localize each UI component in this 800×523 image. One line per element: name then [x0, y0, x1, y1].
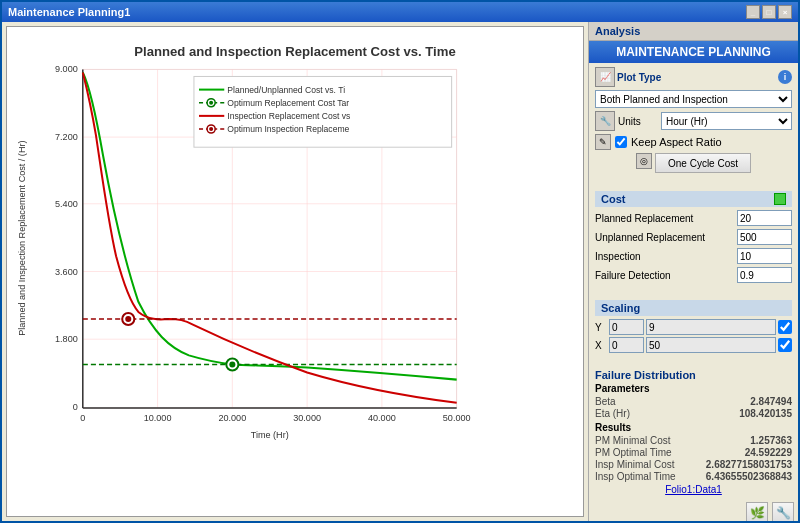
planned-replacement-input[interactable]: 20 — [737, 210, 792, 226]
minimize-button[interactable]: _ — [746, 5, 760, 19]
insp-optimal-time-value: 6.43655502368843 — [706, 471, 792, 482]
beta-value: 2.847494 — [750, 396, 792, 407]
units-label: Units — [618, 116, 658, 127]
cost-indicator — [774, 193, 786, 205]
insp-optimal-time-label: Insp Optimal Time — [595, 471, 676, 482]
pm-minimal-cost-label: PM Minimal Cost — [595, 435, 671, 446]
one-cycle-cost-container: ◎ One Cycle Cost — [595, 153, 792, 173]
plot-type-icon: 📈 — [595, 67, 615, 87]
scaling-y-row: Y 0 9 — [595, 319, 792, 335]
failure-detection-label: Failure Detection — [595, 270, 734, 281]
svg-text:20.000: 20.000 — [218, 413, 246, 423]
svg-point-41 — [209, 101, 213, 105]
scaling-title: Scaling — [601, 302, 786, 314]
units-select[interactable]: Hour (Hr) Minute (Min) Day (Day) — [661, 112, 792, 130]
svg-text:50.000: 50.000 — [443, 413, 471, 423]
planned-replacement-label: Planned Replacement — [595, 213, 734, 224]
failure-detection-row: Failure Detection 0.9 — [595, 267, 792, 283]
svg-text:1.800: 1.800 — [55, 334, 78, 344]
plot-type-select[interactable]: Both Planned and Inspection Planned Only… — [595, 90, 792, 108]
keep-aspect-ratio-label: Keep Aspect Ratio — [631, 136, 722, 148]
failure-dist-title: Failure Distribution — [595, 369, 792, 381]
unplanned-replacement-input[interactable]: 500 — [737, 229, 792, 245]
insp-optimal-time-row: Insp Optimal Time 6.43655502368843 — [595, 471, 792, 482]
cycle-icon: ◎ — [636, 153, 652, 169]
panel-header: MAINTENANCE PLANNING — [589, 41, 798, 63]
failure-detection-input[interactable]: 0.9 — [737, 267, 792, 283]
aspect-icon: ✎ — [595, 134, 611, 150]
main-window: Maintenance Planning1 _ □ × Planned and … — [0, 0, 800, 523]
one-cycle-cost-button[interactable]: One Cycle Cost — [655, 153, 751, 173]
scaling-y-min-input[interactable]: 0 — [609, 319, 644, 335]
scaling-x-label: X — [595, 340, 607, 351]
right-panel: Analysis MAINTENANCE PLANNING 📈 Plot Typ… — [588, 22, 798, 521]
inspection-label: Inspection — [595, 251, 734, 262]
scaling-y-label: Y — [595, 322, 607, 333]
plot-type-section: 📈 Plot Type i Both Planned and Inspectio… — [589, 63, 798, 181]
inspection-input[interactable]: 10 — [737, 248, 792, 264]
bottom-icon-1[interactable]: 🌿 — [746, 502, 768, 521]
chart-svg: Planned and Inspection Replacement Cost … — [7, 27, 583, 516]
results-label: Results — [595, 422, 792, 433]
svg-text:Planned and Inspection Replace: Planned and Inspection Replacement Cost … — [17, 141, 27, 336]
svg-point-35 — [125, 316, 131, 322]
scaling-section: Scaling Y 0 9 X 0 50 — [589, 296, 798, 359]
window-title: Maintenance Planning1 — [8, 6, 130, 18]
eta-value: 108.420135 — [739, 408, 792, 419]
scaling-x-min-input[interactable]: 0 — [609, 337, 644, 353]
unplanned-replacement-row: Unplanned Replacement 500 — [595, 229, 792, 245]
eta-row: Eta (Hr) 108.420135 — [595, 408, 792, 419]
svg-text:0: 0 — [73, 402, 78, 412]
svg-text:40.000: 40.000 — [368, 413, 396, 423]
svg-text:Optimum Replacement Cost Tar: Optimum Replacement Cost Tar — [227, 98, 349, 108]
svg-text:5.400: 5.400 — [55, 199, 78, 209]
window-controls: _ □ × — [746, 5, 792, 19]
parameters-label: Parameters — [595, 383, 792, 394]
eta-label: Eta (Hr) — [595, 408, 630, 419]
pm-optimal-time-row: PM Optimal Time 24.592229 — [595, 447, 792, 458]
svg-text:9.000: 9.000 — [55, 64, 78, 74]
failure-distribution-section: Failure Distribution Parameters Beta 2.8… — [589, 365, 798, 499]
unplanned-replacement-label: Unplanned Replacement — [595, 232, 734, 243]
plot-type-row: 📈 Plot Type i — [595, 67, 792, 87]
scaling-section-bar: Scaling — [595, 300, 792, 316]
svg-point-47 — [209, 127, 213, 131]
svg-text:Optimum Inspection Replaceme: Optimum Inspection Replaceme — [227, 124, 349, 134]
scaling-x-checkbox[interactable] — [778, 338, 792, 352]
keep-aspect-ratio-checkbox[interactable] — [615, 136, 627, 148]
scaling-y-max-input[interactable]: 9 — [646, 319, 776, 335]
keep-aspect-ratio-row: ✎ Keep Aspect Ratio — [595, 134, 792, 150]
scaling-x-max-input[interactable]: 50 — [646, 337, 776, 353]
analysis-label: Analysis — [589, 22, 798, 41]
close-button[interactable]: × — [778, 5, 792, 19]
pm-minimal-cost-row: PM Minimal Cost 1.257363 — [595, 435, 792, 446]
svg-text:Time (Hr): Time (Hr) — [251, 430, 289, 440]
bottom-icon-2[interactable]: 🔧 — [772, 502, 794, 521]
scaling-x-row: X 0 50 — [595, 337, 792, 353]
beta-row: Beta 2.847494 — [595, 396, 792, 407]
folio-link[interactable]: Folio1:Data1 — [595, 484, 792, 495]
insp-minimal-cost-row: Insp Minimal Cost 2.68277158031753 — [595, 459, 792, 470]
plot-type-label: Plot Type — [617, 72, 776, 83]
svg-text:10.000: 10.000 — [144, 413, 172, 423]
svg-text:Inspection Replacement Cost vs: Inspection Replacement Cost vs — [227, 111, 350, 121]
titlebar: Maintenance Planning1 _ □ × — [2, 2, 798, 22]
beta-label: Beta — [595, 396, 616, 407]
pm-optimal-time-label: PM Optimal Time — [595, 447, 672, 458]
svg-text:7.200: 7.200 — [55, 132, 78, 142]
insp-minimal-cost-value: 2.68277158031753 — [706, 459, 792, 470]
window-body: Planned and Inspection Replacement Cost … — [2, 22, 798, 521]
info-icon[interactable]: i — [778, 70, 792, 84]
planned-replacement-row: Planned Replacement 20 — [595, 210, 792, 226]
svg-text:0: 0 — [80, 413, 85, 423]
cost-section-title: Cost — [601, 193, 774, 205]
units-icon: 🔧 — [595, 111, 615, 131]
cost-section: Cost Planned Replacement 20 Unplanned Re… — [589, 187, 798, 290]
svg-text:Planned/Unplanned Cost vs. Ti: Planned/Unplanned Cost vs. Ti — [227, 85, 345, 95]
svg-text:30.000: 30.000 — [293, 413, 321, 423]
chart-title: Planned and Inspection Replacement Cost … — [134, 44, 455, 59]
pm-minimal-cost-value: 1.257363 — [750, 435, 792, 446]
maximize-button[interactable]: □ — [762, 5, 776, 19]
scaling-y-checkbox[interactable] — [778, 320, 792, 334]
cost-section-bar: Cost — [595, 191, 792, 207]
